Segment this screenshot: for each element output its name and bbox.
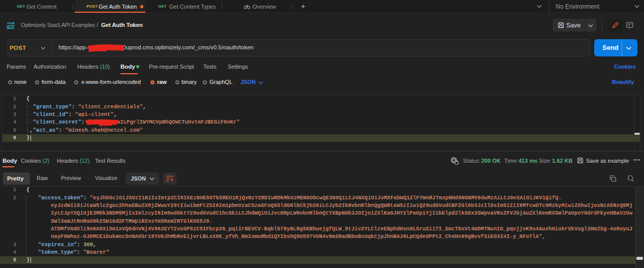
svg-text:HTTP: HTTP (7, 24, 15, 28)
